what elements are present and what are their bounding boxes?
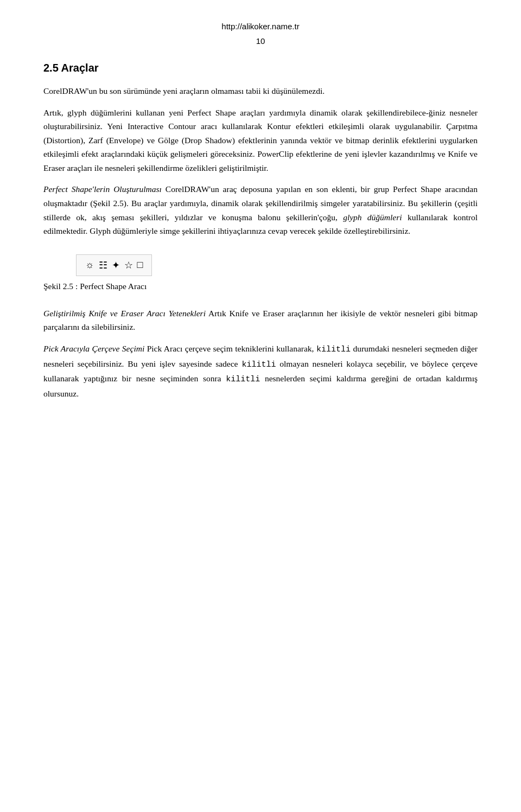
page-number: 10	[43, 36, 478, 46]
site-url: http://alikoker.name.tr	[43, 22, 478, 31]
figure-area: ☼ ☷ ✦ ☆ □ Şekil 2.5 : Perfect Shape Arac…	[43, 254, 478, 301]
paragraph-1-text: CorelDRAW'un bu son sürümünde yeni araçl…	[43, 86, 325, 95]
icon-5: □	[137, 259, 143, 271]
icon-2: ☷	[99, 259, 107, 271]
url-text: http://alikoker.name.tr	[221, 22, 299, 31]
paragraph-1: CorelDRAW'un bu son sürümünde yeni araçl…	[43, 84, 478, 98]
icon-1: ☼	[85, 259, 94, 271]
paragraph-2: Artık, glyph düğümlerini kullanan yeni P…	[43, 106, 478, 175]
paragraph-3: Perfect Shape'lerin Oluşturulması CorelD…	[43, 182, 478, 238]
heading-text: 2.5 Araçlar	[43, 62, 99, 74]
icon-4: ☆	[124, 259, 133, 271]
paragraph-5: Pick Aracıyla Çerçeve Seçimi Pick Aracı …	[43, 342, 478, 401]
figure-caption-text: Şekil 2.5 : Perfect Shape Aracı	[43, 282, 147, 291]
interactive-text: Interactive	[128, 122, 163, 131]
paragraph-4-italic: Geliştirilmiş Knife ve Eraser Aracı Yete…	[43, 309, 206, 318]
figure-icons-box: ☼ ☷ ✦ ☆ □	[76, 254, 152, 276]
mono-1: kilitli	[316, 345, 351, 354]
figure-caption: Şekil 2.5 : Perfect Shape Aracı	[43, 282, 147, 291]
section-heading: 2.5 Araçlar	[43, 62, 478, 74]
paragraph-5-italic: Pick Aracıyla Çerçeve Seçimi	[43, 344, 144, 353]
mono-2: kilitli	[242, 360, 276, 369]
paragraph-3-italic: Perfect Shape'lerin Oluşturulması	[43, 184, 162, 194]
glyph-italic: glyph düğümleri	[343, 213, 402, 222]
page: http://alikoker.name.tr 10 2.5 Araçlar C…	[0, 0, 521, 812]
page-number-text: 10	[256, 36, 265, 46]
icon-3: ✦	[112, 259, 120, 271]
paragraph-4: Geliştirilmiş Knife ve Eraser Aracı Yete…	[43, 306, 478, 334]
mono-3: kilitli	[226, 375, 260, 384]
